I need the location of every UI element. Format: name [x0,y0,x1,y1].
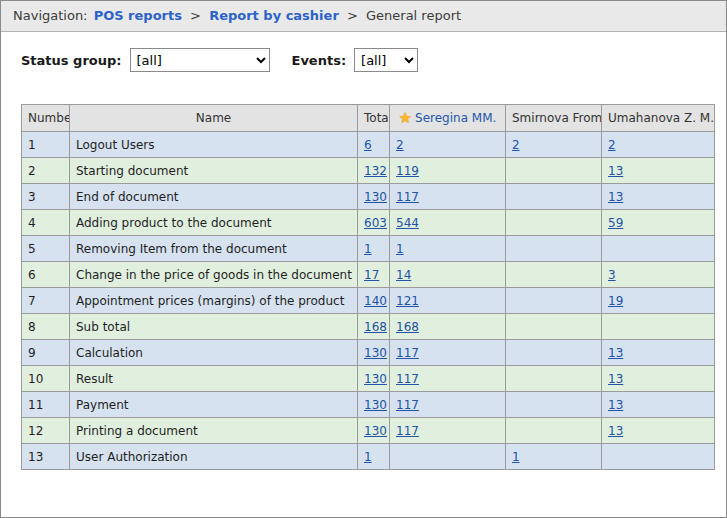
value-link-seregina[interactable]: 117 [396,372,419,386]
events-select[interactable]: [all] [354,48,418,72]
cell-name: Appointment prices (margins) of the prod… [70,288,358,314]
cell-total: 132 [358,158,390,184]
value-link-smirnova[interactable]: 2 [512,138,520,152]
events-label: Events: [292,53,347,68]
cell-total: 130 [358,340,390,366]
value-link-seregina[interactable]: 544 [396,216,419,230]
value-link-umahanova[interactable]: 59 [608,216,623,230]
col-header-smirnova: Smirnova From. [506,105,602,132]
cell-smirnova [506,158,602,184]
value-link-seregina[interactable]: 117 [396,190,419,204]
table-row: 10Result13011713 [22,366,715,392]
cell-number: 4 [22,210,70,236]
cell-number: 7 [22,288,70,314]
value-link-seregina[interactable]: 1 [396,242,404,256]
cell-total: 130 [358,392,390,418]
cell-name: Calculation [70,340,358,366]
cell-seregina: 121 [390,288,506,314]
table-row: 8Sub total168168 [22,314,715,340]
value-link-total[interactable]: 1 [364,450,372,464]
value-link-total[interactable]: 603 [364,216,387,230]
cell-umahanova [602,444,715,470]
cell-number: 8 [22,314,70,340]
value-link-umahanova[interactable]: 13 [608,164,623,178]
status-group-label: Status group: [21,53,122,68]
cell-name: Sub total [70,314,358,340]
value-link-umahanova[interactable]: 13 [608,190,623,204]
breadcrumb-bar: Navigation: POS reports > Report by cash… [1,1,726,32]
value-link-umahanova[interactable]: 2 [608,138,616,152]
breadcrumb-separator: > [347,8,358,23]
value-link-seregina[interactable]: 117 [396,424,419,438]
navigation-label: Navigation: [13,8,88,23]
value-link-umahanova[interactable]: 3 [608,268,616,282]
cell-total: 140 [358,288,390,314]
cell-seregina: 14 [390,262,506,288]
value-link-seregina[interactable]: 168 [396,320,419,334]
cell-number: 10 [22,366,70,392]
table-row: 4Adding product to the document60354459 [22,210,715,236]
cell-umahanova: 13 [602,418,715,444]
value-link-seregina[interactable]: 117 [396,398,419,412]
cell-seregina: 117 [390,340,506,366]
value-link-umahanova[interactable]: 13 [608,346,623,360]
cell-smirnova [506,262,602,288]
value-link-seregina[interactable]: 119 [396,164,419,178]
cell-umahanova: 13 [602,392,715,418]
value-link-total[interactable]: 6 [364,138,372,152]
status-group-select[interactable]: [all] [130,48,270,72]
cell-number: 5 [22,236,70,262]
cell-smirnova [506,288,602,314]
table-row: 11Payment13011713 [22,392,715,418]
value-link-umahanova[interactable]: 19 [608,294,623,308]
value-link-seregina[interactable]: 121 [396,294,419,308]
value-link-total[interactable]: 140 [364,294,387,308]
value-link-total[interactable]: 130 [364,346,387,360]
col-header-seregina-link[interactable]: Seregina MM. [415,111,496,125]
cell-seregina [390,444,506,470]
cell-name: Removing Item from the document [70,236,358,262]
value-link-total[interactable]: 130 [364,424,387,438]
cell-total: 1 [358,236,390,262]
breadcrumb-pos-reports[interactable]: POS reports [94,8,182,23]
breadcrumb-current-general-report: General report [366,8,461,23]
cell-seregina: 1 [390,236,506,262]
value-link-seregina[interactable]: 117 [396,346,419,360]
table-row: 1Logout Users6222 [22,132,715,158]
cell-umahanova: 13 [602,158,715,184]
cell-smirnova [506,236,602,262]
cell-smirnova [506,184,602,210]
breadcrumb-report-by-cashier[interactable]: Report by cashier [209,8,339,23]
col-header-total: Total [358,105,390,132]
value-link-total[interactable]: 130 [364,372,387,386]
value-link-total[interactable]: 1 [364,242,372,256]
cell-umahanova: 19 [602,288,715,314]
value-link-seregina[interactable]: 2 [396,138,404,152]
cell-seregina: 544 [390,210,506,236]
report-table: Number Name Total ★Seregina MM. Smirnova… [21,104,715,470]
value-link-total[interactable]: 17 [364,268,379,282]
value-link-total[interactable]: 132 [364,164,387,178]
value-link-total[interactable]: 130 [364,190,387,204]
cell-total: 168 [358,314,390,340]
cell-seregina: 117 [390,184,506,210]
cell-name: End of document [70,184,358,210]
value-link-umahanova[interactable]: 13 [608,372,623,386]
value-link-smirnova[interactable]: 1 [512,450,520,464]
value-link-umahanova[interactable]: 13 [608,398,623,412]
cell-total: 130 [358,184,390,210]
cell-seregina: 117 [390,366,506,392]
value-link-total[interactable]: 168 [364,320,387,334]
cell-total: 17 [358,262,390,288]
cell-umahanova: 13 [602,366,715,392]
value-link-total[interactable]: 130 [364,398,387,412]
cell-smirnova [506,210,602,236]
cell-smirnova [506,340,602,366]
filter-bar: Status group: [all] Events: [all] [21,48,726,72]
col-header-seregina: ★Seregina MM. [390,105,506,132]
value-link-seregina[interactable]: 14 [396,268,411,282]
cell-smirnova [506,418,602,444]
value-link-umahanova[interactable]: 13 [608,424,623,438]
report-table-body: 1Logout Users62222Starting document13211… [22,132,715,470]
cell-name: Payment [70,392,358,418]
